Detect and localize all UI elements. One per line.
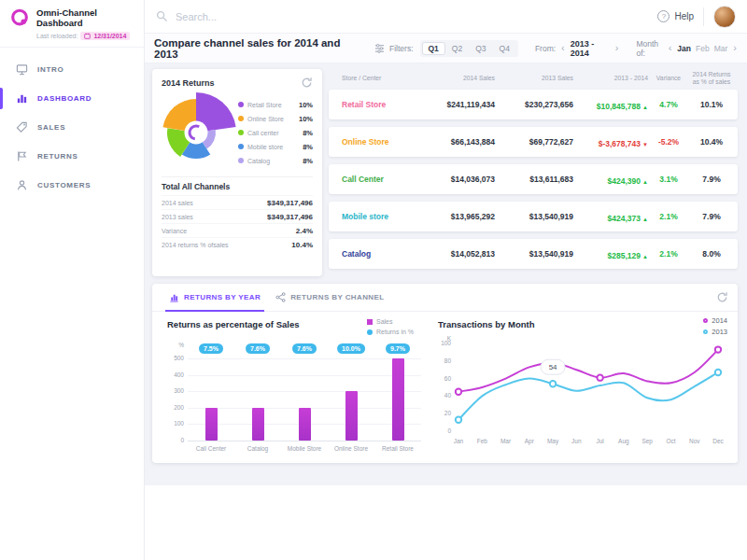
sidebar-item-intro[interactable]: INTRO <box>0 55 144 84</box>
legend-swatch <box>367 329 373 335</box>
returns-percent-badge[interactable]: 9.7% <box>386 343 410 354</box>
sidebar-item-dashboard[interactable]: DASHBOARD <box>0 84 144 113</box>
y-axis-tick-label: 0 <box>163 437 184 443</box>
store-name: Mobile store <box>329 212 415 221</box>
data-point-marker[interactable] <box>597 374 602 380</box>
month-jan[interactable]: Jan <box>677 44 691 53</box>
table-row[interactable]: Catalog $14,052,813 $13,540,919 $285,129… <box>329 239 738 269</box>
table-row[interactable]: Retail Store $241,119,434 $230,273,656 $… <box>329 90 738 119</box>
totals-section: Total All Channels 2014 sales $349,317,4… <box>152 175 322 251</box>
bar-chart-title: Returns as percentage of Sales <box>167 319 300 329</box>
tab-returns-by-year[interactable]: RETURNS BY YEAR <box>162 284 268 311</box>
quarter-q2[interactable]: Q2 <box>445 42 469 55</box>
x-axis-month-label: Oct <box>666 438 675 444</box>
tab-label: RETURNS BY CHANNEL <box>290 293 384 301</box>
data-point-marker[interactable] <box>715 370 721 375</box>
x-axis-month-label: Jul <box>596 438 604 444</box>
transactions-line-chart: K020406080100JanFebMarAprMayJunJulAugSep… <box>432 334 731 459</box>
page-title: Compare channel sales for 2014 and 2013 <box>154 37 354 60</box>
last-reloaded-label: Last reloaded: <box>36 33 78 39</box>
month-selector-group: Month of: ‹ Jan Feb Mar › <box>636 39 738 58</box>
chevron-left-icon[interactable]: ‹ <box>560 43 566 53</box>
totals-value: 2.4% <box>296 227 313 235</box>
returns-pct: 10.1% <box>689 100 738 109</box>
bar[interactable] <box>299 408 311 441</box>
sidebar-item-customers[interactable]: CUSTOMERS <box>0 171 144 200</box>
totals-title: Total All Channels <box>162 176 313 195</box>
delta-cell: $424,373▲ <box>573 208 648 225</box>
legend-ring <box>703 329 708 334</box>
y-axis-tick-label: 40 <box>444 392 452 399</box>
bar-chart-icon <box>169 292 179 302</box>
sales-2013: $13,540,919 <box>495 212 573 221</box>
sales-2014: $14,052,813 <box>415 249 495 259</box>
bar[interactable] <box>392 358 404 441</box>
returns-percent-badge[interactable]: 7.5% <box>199 343 223 354</box>
returns-bar-chart: %01002003004005007.5%Call Center7.6%Cata… <box>163 342 430 457</box>
help-button[interactable]: ? Help <box>657 10 694 22</box>
data-point-marker[interactable] <box>550 381 556 386</box>
returns-2014-card: 2014 Returns Retail Store 10% Online Sto… <box>152 69 322 276</box>
legend-value: 8% <box>303 129 313 137</box>
reload-date-badge[interactable]: 12/31/2014 <box>80 32 130 40</box>
returns-donut-row: Retail Store 10% Online Store 10% Call c… <box>152 91 322 175</box>
returns-percent-badge[interactable]: 10.0% <box>337 343 365 354</box>
gridline <box>188 441 421 441</box>
y-axis-tick-label: 400 <box>163 371 184 378</box>
totals-value: $349,317,496 <box>267 199 313 207</box>
person-icon <box>16 179 28 191</box>
column-header-returns: 2014 Returns as % of sales <box>689 71 738 87</box>
month-mar[interactable]: Mar <box>714 44 728 53</box>
y-axis-tick-label: 300 <box>163 387 184 394</box>
logo-row: Omni-Channel Dashboard Last reloaded: 12… <box>0 0 144 48</box>
sales-2013: $13,611,683 <box>495 175 573 184</box>
chevron-right-icon[interactable]: › <box>614 43 620 53</box>
legend-item: Returns in % <box>367 327 414 337</box>
quarter-q3[interactable]: Q3 <box>469 42 492 55</box>
x-axis-month-label: Apr <box>525 438 535 445</box>
returns-pct: 10.4% <box>689 137 738 147</box>
month-feb[interactable]: Feb <box>696 44 710 53</box>
legend-label: Catalog <box>247 158 299 164</box>
tab-returns-by-channel[interactable]: RETURNS BY CHANNEL <box>268 284 391 311</box>
y-axis-tick-label: 0 <box>447 427 451 434</box>
bar[interactable] <box>252 408 264 441</box>
reload-date: 12/31/2014 <box>93 33 126 39</box>
column-header-2014-sales: 2014 Sales <box>415 75 495 82</box>
bar[interactable] <box>205 408 218 441</box>
x-axis-month-label: Sep <box>641 438 653 445</box>
price-tag-icon <box>16 121 28 133</box>
table-row[interactable]: Call Center $14,036,073 $13,611,683 $424… <box>329 164 738 194</box>
transactions-line-chart-section: Transactions by Month 2014 2013 K0204060… <box>432 319 733 459</box>
line-chart-title: Transactions by Month <box>438 319 534 329</box>
x-axis-category-label: Retail Store <box>368 445 428 452</box>
legend-dot <box>238 102 244 107</box>
returns-charts-card: RETURNS BY YEAR RETURNS BY CHANNEL Retur… <box>152 284 738 463</box>
refresh-icon[interactable] <box>301 77 313 89</box>
user-avatar[interactable] <box>713 6 736 28</box>
returns-percent-badge[interactable]: 7.6% <box>246 343 270 354</box>
table-row[interactable]: Mobile store $13,965,292 $13,540,919 $42… <box>329 202 738 231</box>
legend-swatch <box>367 319 373 325</box>
search-input[interactable] <box>176 11 474 22</box>
sidebar-item-returns[interactable]: RETURNS <box>0 142 144 171</box>
y-axis-tick-label: 200 <box>163 404 184 411</box>
from-range-group: From: ‹ 2013 - 2014 › <box>535 39 620 58</box>
bar[interactable] <box>345 391 358 441</box>
legend-value: 10% <box>299 101 313 109</box>
quarter-q4[interactable]: Q4 <box>493 42 516 55</box>
chevron-left-icon[interactable]: ‹ <box>668 43 673 53</box>
legend-label: Online Store <box>247 116 295 122</box>
returns-percent-badge[interactable]: 7.6% <box>292 343 317 354</box>
delta-cell: $-3,678,743▼ <box>573 133 648 150</box>
filters-group: Filters: Q1 Q2 Q3 Q4 <box>374 40 518 57</box>
sidebar-item-sales[interactable]: SALES <box>0 113 144 142</box>
data-point-marker[interactable] <box>715 346 721 352</box>
table-row[interactable]: Online Store $66,143,884 $69,772,627 $-3… <box>329 127 738 157</box>
refresh-icon[interactable] <box>716 291 728 303</box>
chevron-right-icon[interactable]: › <box>732 43 738 53</box>
quarter-q1[interactable]: Q1 <box>422 42 445 55</box>
totals-row: 2013 sales $349,317,496 <box>162 209 313 223</box>
data-point-marker[interactable] <box>456 417 461 423</box>
data-point-marker[interactable] <box>456 389 461 395</box>
